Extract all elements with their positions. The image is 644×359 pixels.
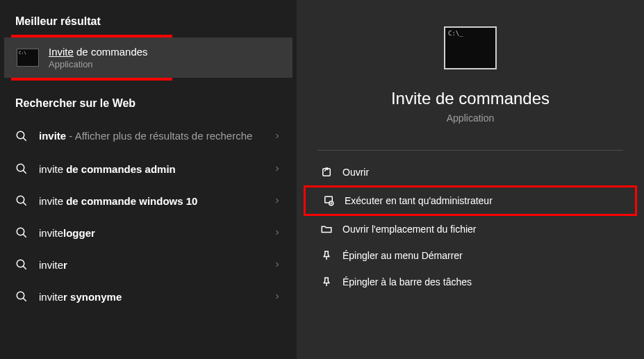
suggestion-label: inviter (39, 259, 273, 271)
chevron-right-icon (273, 228, 281, 237)
suggestion-label: invite de commande windows 10 (39, 195, 273, 207)
open-action[interactable]: Ouvrir (301, 159, 640, 185)
svg-point-8 (17, 260, 24, 268)
action-label: Ouvrir (342, 167, 369, 178)
action-label: Épingler au menu Démarrer (342, 250, 463, 261)
pin-icon (320, 276, 333, 288)
search-icon (15, 130, 28, 142)
app-preview-panel: Invite de commandes Application Ouvrir E… (297, 0, 644, 359)
search-icon (15, 258, 28, 271)
search-suggestion[interactable]: invite de commandes admin (0, 153, 297, 185)
pin-taskbar-action[interactable]: Épingler à la barre des tâches (301, 269, 640, 295)
search-suggestion[interactable]: invitelogger (0, 217, 297, 249)
pin-icon (320, 249, 333, 262)
chevron-right-icon (273, 292, 281, 301)
svg-line-3 (23, 171, 26, 174)
folder-icon (320, 223, 333, 235)
search-icon (15, 290, 28, 303)
run-as-admin-action[interactable]: Exécuter en tant qu'administrateur (304, 185, 637, 216)
search-suggestion[interactable]: invite de commande windows 10 (0, 185, 297, 217)
best-match-subtitle: Application (49, 59, 148, 69)
svg-line-1 (23, 137, 26, 141)
search-suggestion[interactable]: inviter synonyme (0, 281, 297, 312)
suggestion-label: invite de commandes admin (39, 163, 273, 175)
svg-point-2 (17, 165, 24, 172)
svg-point-10 (17, 292, 24, 300)
svg-point-4 (17, 197, 24, 204)
suggestion-label: inviter synonyme (39, 291, 273, 303)
chevron-right-icon (273, 197, 281, 205)
search-suggestion[interactable]: invite - Afficher plus de résultats de r… (0, 119, 297, 153)
action-label: Exécuter en tant qu'administrateur (345, 195, 493, 206)
cmd-preview-icon (444, 26, 497, 69)
action-list: Ouvrir Exécuter en tant qu'administrateu… (297, 159, 644, 295)
best-match-text: Invite de commandes Application (49, 46, 148, 69)
svg-line-9 (23, 267, 26, 270)
search-icon (15, 162, 28, 175)
svg-line-11 (23, 299, 26, 302)
action-label: Ouvrir l'emplacement du fichier (342, 224, 477, 235)
search-icon (15, 194, 28, 207)
app-subtitle: Application (447, 112, 495, 124)
admin-shield-icon (322, 194, 335, 207)
chevron-right-icon (273, 165, 281, 173)
open-icon (320, 166, 333, 178)
best-match-item[interactable]: Invite de commandes Application (4, 37, 292, 78)
search-suggestion[interactable]: inviter (0, 249, 297, 281)
best-match-title: Invite de commandes (49, 46, 148, 58)
svg-point-0 (17, 131, 24, 139)
open-file-location-action[interactable]: Ouvrir l'emplacement du fichier (301, 216, 640, 242)
search-icon (15, 226, 28, 239)
suggestion-label: invite - Afficher plus de résultats de r… (39, 129, 273, 143)
svg-point-6 (17, 228, 24, 236)
svg-line-5 (23, 203, 26, 206)
search-results-panel: Meilleur résultat Invite de commandes Ap… (0, 0, 297, 359)
app-title: Invite de commandes (391, 89, 550, 108)
web-search-header: Rechercher sur le Web (0, 93, 297, 119)
suggestion-label: invitelogger (39, 227, 273, 239)
pin-start-action[interactable]: Épingler au menu Démarrer (301, 242, 640, 269)
cmd-icon (17, 49, 39, 67)
action-label: Épingler à la barre des tâches (342, 276, 472, 287)
chevron-right-icon (273, 132, 281, 140)
best-match-header: Meilleur résultat (0, 11, 297, 37)
divider (317, 150, 623, 151)
chevron-right-icon (273, 260, 281, 269)
svg-line-7 (23, 235, 26, 238)
